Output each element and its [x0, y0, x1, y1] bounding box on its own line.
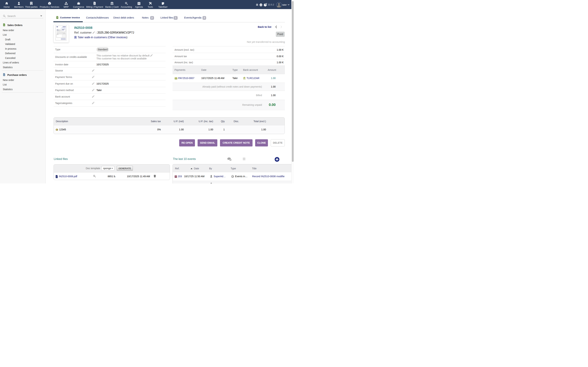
svg-text:$: $: [126, 2, 126, 4]
svg-text:$: $: [94, 3, 95, 4]
svg-text:$: $: [175, 78, 175, 79]
svg-text:?: ?: [265, 4, 266, 6]
svg-text:$: $: [57, 17, 58, 18]
